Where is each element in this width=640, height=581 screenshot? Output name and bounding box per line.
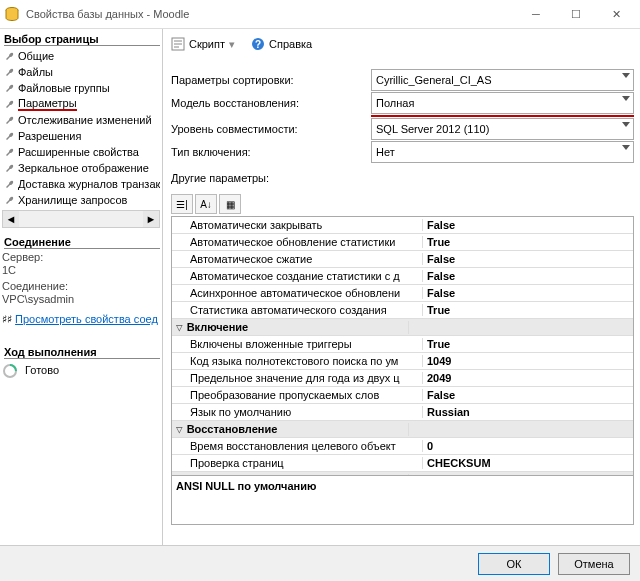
page-select-heading: Выбор страницы xyxy=(4,33,160,46)
sidebar-item[interactable]: Общие xyxy=(2,48,160,64)
help-icon: ? xyxy=(251,37,265,51)
svg-text:?: ? xyxy=(255,39,261,50)
grid-category[interactable]: ▽ Вспомогательные xyxy=(172,472,633,475)
sidebar-item[interactable]: Зеркальное отображение xyxy=(2,160,160,176)
progress-heading: Ход выполнения xyxy=(4,346,160,359)
grid-row[interactable]: Автоматическое создание статистики с дFa… xyxy=(172,268,633,285)
recovery-combo[interactable]: Полная xyxy=(371,92,634,114)
db-icon xyxy=(4,6,20,22)
sidebar-item[interactable]: Расширенные свойства xyxy=(2,144,160,160)
server-value: 1C xyxy=(2,264,160,276)
hscrollbar[interactable]: ◄ ► xyxy=(2,210,160,228)
sort-combo[interactable]: Cyrillic_General_CI_AS xyxy=(371,69,634,91)
minimize-button[interactable]: ─ xyxy=(516,0,556,28)
contain-combo[interactable]: Нет xyxy=(371,141,634,163)
grid-category[interactable]: ▽ Восстановление xyxy=(172,421,633,438)
scroll-right[interactable]: ► xyxy=(143,211,159,227)
grid-row[interactable]: Язык по умолчаниюRussian xyxy=(172,404,633,421)
content: Скрипт ▾ ? Справка Параметры сортировки:… xyxy=(163,29,640,545)
grid-row[interactable]: Код языка полнотекстового поиска по ум10… xyxy=(172,353,633,370)
script-icon xyxy=(171,37,185,51)
red-underline xyxy=(371,115,634,117)
other-label: Другие параметры: xyxy=(171,172,371,184)
window-title: Свойства базы данных - Moodle xyxy=(26,8,516,20)
progress-value: Готово xyxy=(25,364,59,376)
contain-label: Тип включения: xyxy=(171,146,371,158)
grid-category[interactable]: ▽ Включение xyxy=(172,319,633,336)
grid-row[interactable]: Преобразование пропускаемых словFalse xyxy=(172,387,633,404)
sort-label: Параметры сортировки: xyxy=(171,74,371,86)
grid-row[interactable]: Автоматическое сжатиеFalse xyxy=(172,251,633,268)
footer: ОК Отмена xyxy=(0,545,640,581)
grid-row[interactable]: Автоматически закрыватьFalse xyxy=(172,217,633,234)
page-tree: ОбщиеФайлыФайловые группыПараметрыОтслеж… xyxy=(2,48,160,208)
recovery-label: Модель восстановления: xyxy=(171,97,371,109)
cancel-button[interactable]: Отмена xyxy=(558,553,630,575)
sidebar-item[interactable]: Отслеживание изменений xyxy=(2,112,160,128)
props-button[interactable]: ▦ xyxy=(219,194,241,214)
maximize-button[interactable]: ☐ xyxy=(556,0,596,28)
scroll-track[interactable] xyxy=(19,211,143,227)
grid-row[interactable]: Проверка страницCHECKSUM xyxy=(172,455,633,472)
sidebar: Выбор страницы ОбщиеФайлыФайловые группы… xyxy=(0,29,163,545)
grid-row[interactable]: Предельное значение для года из двух ц20… xyxy=(172,370,633,387)
scroll-left[interactable]: ◄ xyxy=(3,211,19,227)
description-pane: ANSI NULL по умолчанию xyxy=(171,476,634,525)
sidebar-item[interactable]: Параметры xyxy=(2,96,160,112)
toolbar: Скрипт ▾ ? Справка xyxy=(171,33,634,55)
grid-toolbar: ☰| A↓ ▦ xyxy=(171,194,634,214)
spinner-icon xyxy=(2,363,18,379)
view-connection-props-link[interactable]: Просмотреть свойства соед xyxy=(15,313,158,325)
grid-row[interactable]: Включены вложенные триггерыTrue xyxy=(172,336,633,353)
server-label: Сервер: xyxy=(2,251,160,263)
close-button[interactable]: ✕ xyxy=(596,0,636,28)
ok-button[interactable]: ОК xyxy=(478,553,550,575)
sidebar-item[interactable]: Файлы xyxy=(2,64,160,80)
grid-row[interactable]: Время восстановления целевого объект0 xyxy=(172,438,633,455)
conn-value: VPC\sysadmin xyxy=(2,293,160,305)
property-grid[interactable]: Автоматически закрыватьFalseАвтоматическ… xyxy=(171,216,634,476)
sort-az-button[interactable]: A↓ xyxy=(195,194,217,214)
compat-combo[interactable]: SQL Server 2012 (110) xyxy=(371,118,634,140)
conn-label: Соединение: xyxy=(2,280,160,292)
sidebar-item[interactable]: Разрешения xyxy=(2,128,160,144)
grid-row[interactable]: Автоматическое обновление статистикиTrue xyxy=(172,234,633,251)
script-button[interactable]: Скрипт xyxy=(189,38,225,50)
view-props-icon: ♯♯ xyxy=(2,313,12,325)
grid-row[interactable]: Асинхронное автоматическое обновлениFals… xyxy=(172,285,633,302)
sidebar-item[interactable]: Хранилище запросов xyxy=(2,192,160,208)
help-button[interactable]: Справка xyxy=(269,38,312,50)
titlebar: Свойства базы данных - Moodle ─ ☐ ✕ xyxy=(0,0,640,29)
grid-row[interactable]: Статистика автоматического созданияTrue xyxy=(172,302,633,319)
compat-label: Уровень совместимости: xyxy=(171,123,371,135)
categorize-button[interactable]: ☰| xyxy=(171,194,193,214)
sidebar-item[interactable]: Файловые группы xyxy=(2,80,160,96)
dropdown-arrow[interactable]: ▾ xyxy=(229,38,235,51)
sidebar-item[interactable]: Доставка журналов транзакций xyxy=(2,176,160,192)
connection-heading: Соединение xyxy=(4,236,160,249)
